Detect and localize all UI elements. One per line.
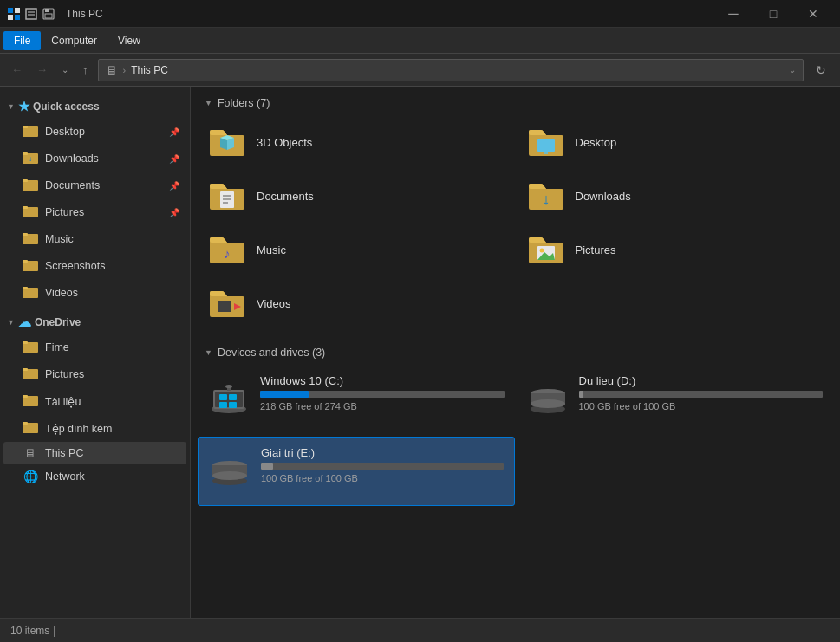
drive-d-name: Du lieu (D:) (579, 374, 824, 387)
drive-d-bar-container (579, 391, 824, 398)
downloads-folder-icon: ↓ (23, 150, 38, 167)
up-button[interactable]: ↑ (78, 60, 93, 80)
status-separator: | (53, 625, 55, 637)
close-button[interactable]: ✕ (793, 0, 833, 28)
drive-e-icon (209, 450, 251, 490)
svg-rect-14 (23, 152, 28, 155)
svg-rect-48 (218, 301, 231, 312)
drive-c[interactable]: Windows 10 (C:) 218 GB free of 274 GB (198, 366, 515, 435)
svg-rect-12 (23, 126, 28, 128)
sidebar-item-pictures[interactable]: Pictures 📌 (3, 199, 186, 225)
svg-rect-23 (23, 260, 28, 263)
drive-e-name: Giai tri (E:) (261, 446, 504, 459)
svg-rect-2 (8, 15, 13, 20)
pictures-label: Pictures (45, 206, 84, 218)
content-area: ▼ Folders (7) 3D Objects (191, 87, 840, 618)
svg-rect-31 (23, 395, 28, 398)
onedrive-chevron: ▼ (7, 318, 15, 327)
folder-3d-objects[interactable]: 3D Objects (198, 116, 515, 168)
onedrive-header[interactable]: ▼ ☁ OneDrive (0, 309, 190, 334)
folders-section-label: Folders (7) (218, 97, 270, 109)
svg-rect-53 (219, 394, 227, 400)
title-bar: This PC ─ □ ✕ (0, 0, 840, 28)
drive-d[interactable]: Du lieu (D:) 100 GB free of 100 GB (517, 366, 834, 435)
tai-lieu-folder-icon (23, 392, 38, 410)
sidebar-item-videos[interactable]: Videos (3, 280, 186, 306)
folder-pictures[interactable]: Pictures (517, 224, 834, 276)
sidebar-item-tai-lieu[interactable]: Tài liệu (3, 388, 186, 414)
network-icon: 🌐 (23, 470, 38, 483)
svg-text:↓: ↓ (542, 191, 550, 208)
svg-text:↓: ↓ (29, 155, 32, 163)
menu-file[interactable]: File (3, 31, 41, 50)
svg-rect-8 (45, 9, 49, 12)
maximize-button[interactable]: □ (753, 0, 793, 28)
tep-dinh-kem-label: Tệp đính kèm (45, 422, 112, 435)
address-dropdown-arrow[interactable]: ⌄ (789, 65, 796, 75)
sidebar-item-this-pc[interactable]: 🖥 This PC (3, 442, 186, 464)
back-button[interactable]: ← (7, 60, 27, 80)
menu-computer[interactable]: Computer (41, 31, 107, 50)
drive-c-bar-container (260, 391, 505, 398)
save-icon (42, 7, 55, 21)
svg-rect-21 (23, 233, 28, 236)
folder-desktop-icon-container (527, 123, 565, 161)
onedrive-pictures-label: Pictures (45, 368, 84, 380)
svg-point-70 (212, 471, 247, 480)
minimize-button[interactable]: ─ (713, 0, 753, 28)
sidebar-item-fime[interactable]: Fime (3, 334, 186, 360)
quick-access-header[interactable]: ▼ ★ Quick access (0, 94, 190, 118)
desktop-folder-icon (23, 123, 38, 140)
sidebar-item-desktop[interactable]: Desktop 📌 (3, 119, 186, 145)
onedrive-pictures-icon (23, 366, 38, 383)
sidebar-item-downloads[interactable]: ↓ Downloads 📌 (3, 146, 186, 172)
drive-d-icon (527, 378, 569, 418)
this-pc-icon: 🖥 (23, 446, 38, 460)
this-pc-label: This PC (45, 447, 83, 459)
sidebar-item-screenshots[interactable]: Screenshots (3, 253, 186, 279)
svg-rect-0 (8, 8, 13, 13)
downloads-pin-icon: 📌 (169, 154, 179, 164)
folder-downloads-icon: ↓ (527, 177, 565, 211)
quick-access-label: Quick access (33, 101, 100, 113)
downloads-label: Downloads (45, 152, 99, 165)
menu-view[interactable]: View (107, 31, 151, 50)
devices-chevron: ▼ (205, 348, 212, 357)
folder-videos[interactable]: Videos (198, 277, 515, 329)
sidebar-item-documents[interactable]: Documents 📌 (3, 172, 186, 198)
edit-icon (24, 7, 38, 21)
svg-text:♪: ♪ (224, 246, 231, 261)
forward-button[interactable]: → (32, 60, 52, 80)
quick-access-icon: ★ (18, 99, 29, 114)
folder-downloads[interactable]: ↓ Downloads (517, 170, 834, 222)
folder-music-icon-container: ♪ (208, 230, 246, 269)
recent-locations-button[interactable]: ⌄ (57, 62, 73, 78)
folder-downloads-icon-container: ↓ (527, 177, 565, 215)
folder-music[interactable]: ♪ Music (198, 224, 515, 276)
sidebar-item-onedrive-pictures[interactable]: Pictures (3, 361, 186, 387)
folder-pictures-label: Pictures (576, 243, 616, 256)
main-layout: ▼ ★ Quick access Desktop 📌 ↓ Downloads 📌… (0, 87, 840, 618)
svg-rect-55 (219, 402, 227, 408)
drive-e-bar-container (261, 463, 504, 470)
folder-documents-icon-container (208, 177, 246, 215)
sidebar-item-tep-dinh-kem[interactable]: Tệp đính kèm (3, 415, 186, 441)
onedrive-label: OneDrive (35, 316, 81, 328)
address-input-container[interactable]: 🖥 › This PC ⌄ (98, 59, 804, 81)
sidebar-item-network[interactable]: 🌐 Network (3, 465, 186, 488)
folder-documents[interactable]: Documents (198, 170, 515, 222)
folder-desktop[interactable]: Desktop (517, 116, 834, 168)
videos-label: Videos (45, 287, 78, 299)
documents-pin-icon: 📌 (169, 181, 179, 191)
folders-section-header[interactable]: ▼ Folders (7) (191, 87, 840, 116)
music-label: Music (45, 233, 74, 245)
desktop-label: Desktop (45, 126, 85, 138)
svg-rect-56 (229, 402, 237, 408)
svg-rect-27 (23, 341, 28, 344)
folder-documents-label: Documents (257, 190, 314, 203)
sidebar-item-music[interactable]: Music (3, 226, 186, 252)
screenshots-label: Screenshots (45, 260, 105, 272)
drive-e[interactable]: Giai tri (E:) 100 GB free of 100 GB (198, 437, 515, 506)
refresh-button[interactable]: ↻ (809, 60, 833, 81)
devices-section-header[interactable]: ▼ Devices and drives (3) (191, 336, 840, 366)
